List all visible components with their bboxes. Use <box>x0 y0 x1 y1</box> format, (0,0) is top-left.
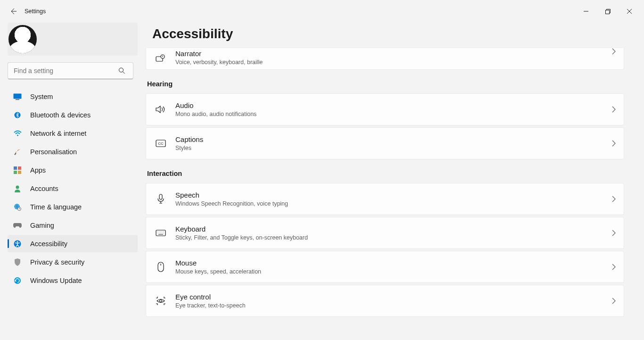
svg-rect-7 <box>18 166 21 170</box>
svg-text:CC: CC <box>158 141 164 146</box>
minimize-button[interactable] <box>575 4 597 19</box>
nav-item-apps[interactable]: Apps <box>8 161 138 179</box>
apps-icon <box>12 166 23 175</box>
svg-rect-2 <box>14 93 22 99</box>
nav-item-time[interactable]: Time & language <box>8 198 138 216</box>
card-subtitle: Styles <box>175 144 611 152</box>
update-icon <box>12 276 23 285</box>
card-title: Audio <box>175 101 611 110</box>
nav-item-label: Apps <box>30 166 46 174</box>
svg-point-10 <box>16 185 19 189</box>
profile-card[interactable] <box>8 23 138 56</box>
sidebar: System Bluetooth & devices Network & int… <box>0 23 141 340</box>
gamepad-icon <box>12 221 23 230</box>
search-box <box>8 62 138 79</box>
chevron-right-icon <box>611 230 616 236</box>
card-title: Narrator <box>175 49 611 58</box>
nav-item-label: Network & internet <box>30 130 86 137</box>
main-panel: Accessibility Narrator Voice, verbosity,… <box>141 23 644 340</box>
svg-rect-20 <box>159 194 162 199</box>
search-input[interactable] <box>8 62 133 79</box>
svg-rect-3 <box>16 99 19 100</box>
keyboard-icon <box>155 227 167 239</box>
narrator-icon <box>155 53 167 65</box>
svg-point-5 <box>17 134 18 136</box>
accessibility-icon <box>12 239 23 249</box>
card-captions[interactable]: CC Captions Styles <box>146 127 624 159</box>
svg-rect-0 <box>605 10 609 14</box>
nav-item-label: System <box>30 93 53 100</box>
shield-icon <box>12 257 23 267</box>
svg-point-14 <box>17 241 18 242</box>
card-title: Keyboard <box>175 224 611 234</box>
chevron-right-icon <box>611 48 616 55</box>
wifi-icon <box>12 129 23 138</box>
nav-item-accessibility[interactable]: Accessibility <box>8 235 138 252</box>
page-title: Accessibility <box>152 26 624 41</box>
card-audio[interactable]: Audio Mono audio, audio notifications <box>146 93 624 125</box>
paintbrush-icon <box>12 147 23 157</box>
svg-rect-6 <box>14 166 17 170</box>
svg-point-23 <box>160 300 162 302</box>
mouse-icon <box>155 261 167 273</box>
card-mouse[interactable]: Mouse Mouse keys, speed, acceleration <box>146 251 624 283</box>
card-eye-control[interactable]: Eye control Eye tracker, text-to-speech <box>146 285 624 317</box>
titlebar: Settings <box>0 0 644 23</box>
card-title: Mouse <box>175 258 611 268</box>
chevron-right-icon <box>611 298 616 304</box>
nav-item-personalisation[interactable]: Personalisation <box>8 143 138 160</box>
svg-rect-9 <box>18 171 21 174</box>
avatar <box>8 25 37 53</box>
card-subtitle: Mono audio, audio notifications <box>175 110 611 118</box>
card-subtitle: Voice, verbosity, keyboard, braille <box>175 58 611 66</box>
nav-item-system[interactable]: System <box>8 88 138 105</box>
nav-list: System Bluetooth & devices Network & int… <box>8 88 138 289</box>
section-header-hearing: Hearing <box>147 80 624 88</box>
app-title: Settings <box>25 8 46 15</box>
close-button[interactable] <box>619 4 640 19</box>
audio-icon <box>155 104 167 115</box>
eye-icon <box>155 295 167 307</box>
nav-item-label: Windows Update <box>30 277 82 284</box>
nav-item-label: Personalisation <box>30 148 77 156</box>
nav-item-bluetooth[interactable]: Bluetooth & devices <box>8 106 138 124</box>
captions-icon: CC <box>155 138 167 149</box>
section-header-interaction: Interaction <box>147 170 624 177</box>
bluetooth-icon <box>12 110 23 120</box>
window-controls <box>575 4 640 19</box>
nav-item-label: Gaming <box>30 222 54 229</box>
back-button[interactable] <box>4 2 23 21</box>
chevron-right-icon <box>611 106 616 113</box>
chevron-right-icon <box>611 196 616 202</box>
nav-item-update[interactable]: Windows Update <box>8 272 138 289</box>
chevron-right-icon <box>611 140 616 147</box>
display-icon <box>12 92 23 101</box>
card-title: Eye control <box>175 292 611 302</box>
person-icon <box>12 184 23 193</box>
chevron-right-icon <box>611 264 616 270</box>
card-speech[interactable]: Speech Windows Speech Recognition, voice… <box>146 183 624 215</box>
nav-item-label: Time & language <box>30 203 82 211</box>
nav-item-privacy[interactable]: Privacy & security <box>8 253 138 271</box>
nav-item-gaming[interactable]: Gaming <box>8 216 138 234</box>
card-subtitle: Mouse keys, speed, acceleration <box>175 268 611 275</box>
nav-item-network[interactable]: Network & internet <box>8 124 138 142</box>
card-title: Captions <box>175 135 611 144</box>
card-subtitle: Sticky, Filter, and Toggle keys, on-scre… <box>175 234 611 241</box>
microphone-icon <box>155 193 167 205</box>
card-keyboard[interactable]: Keyboard Sticky, Filter, and Toggle keys… <box>146 217 624 249</box>
card-subtitle: Eye tracker, text-to-speech <box>175 302 611 309</box>
svg-rect-8 <box>14 171 17 174</box>
nav-item-label: Accessibility <box>30 240 67 248</box>
card-subtitle: Windows Speech Recognition, voice typing <box>175 200 611 207</box>
card-narrator[interactable]: Narrator Voice, verbosity, keyboard, bra… <box>146 48 624 70</box>
nav-item-label: Privacy & security <box>30 258 84 266</box>
nav-item-accounts[interactable]: Accounts <box>8 180 138 197</box>
card-title: Speech <box>175 191 611 200</box>
nav-item-label: Bluetooth & devices <box>30 111 91 119</box>
globe-clock-icon <box>12 202 23 212</box>
maximize-button[interactable] <box>597 4 619 19</box>
nav-item-label: Accounts <box>30 185 58 192</box>
